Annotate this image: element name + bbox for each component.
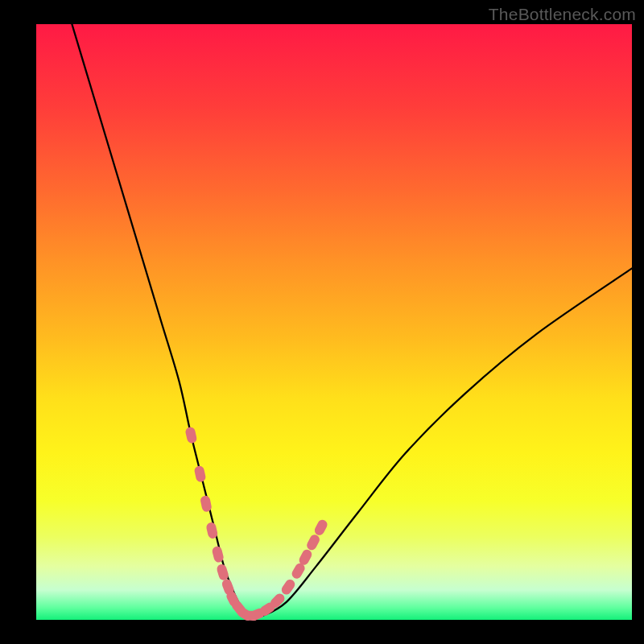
bottleneck-curve [72, 24, 632, 617]
plot-area [36, 24, 632, 620]
curve-marker [184, 427, 197, 444]
curve-layer [36, 24, 632, 620]
bottleneck-curve-path [72, 24, 632, 617]
watermark-text: TheBottleneck.com [489, 5, 636, 24]
chart-frame: TheBottleneck.com [0, 0, 644, 644]
curve-marker [305, 533, 321, 551]
curve-marker [313, 518, 329, 537]
highlighted-points [184, 427, 328, 623]
curve-marker [194, 465, 207, 483]
